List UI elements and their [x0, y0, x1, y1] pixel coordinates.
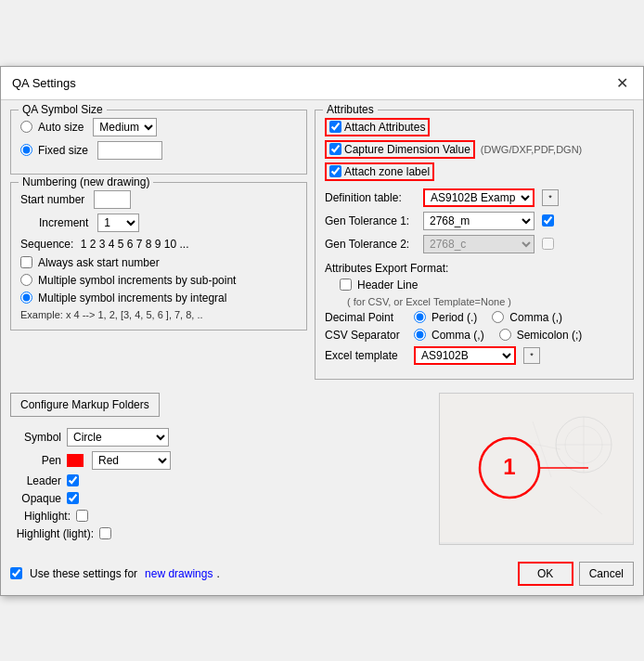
export-format-label: Attributes Export Format:: [325, 262, 624, 275]
comma-csv-label: Comma (,): [431, 329, 484, 342]
right-column: Attributes Attach Attributes Capture Dim…: [315, 110, 634, 387]
header-line-note: ( for CSV, or Excel Template=None ): [325, 296, 624, 307]
gen-tolerance1-checkbox[interactable]: [542, 214, 554, 227]
attach-attributes-checkbox[interactable]: [329, 121, 341, 133]
decimal-point-label: Decimal Point: [325, 311, 408, 324]
pen-row: Pen Red Blue: [10, 451, 431, 470]
definition-table-select[interactable]: AS9102B Example: [423, 188, 535, 207]
gen-tolerance2-select[interactable]: 2768_c: [423, 235, 535, 253]
pen-select[interactable]: Red Blue: [92, 451, 171, 470]
svg-rect-0: [440, 394, 633, 542]
highlight-light-label: Highlight (light):: [10, 527, 94, 540]
auto-size-label: Auto size: [38, 121, 84, 134]
sequence-label: Sequence:: [20, 238, 73, 251]
highlight-row: Highlight:: [10, 510, 431, 523]
semicolon-label: Semicolon (;): [517, 329, 583, 342]
multiple-integral-label: Multiple symbol increments by integral: [38, 292, 226, 305]
excel-template-select[interactable]: AS9102B: [414, 346, 516, 365]
fixed-size-radio[interactable]: [20, 144, 32, 156]
numbering-label: Numbering (new drawing): [19, 175, 153, 188]
auto-size-row: Auto size Medium: [20, 118, 297, 136]
leader-checkbox[interactable]: [67, 474, 79, 486]
title-bar: QA Settings ✕: [1, 67, 643, 100]
period-radio[interactable]: [414, 311, 426, 323]
highlight-label: Highlight:: [10, 510, 71, 523]
gen-tolerance2-checkbox[interactable]: [542, 238, 554, 250]
capture-suffix: (DWG/DXF,PDF,DGN): [481, 144, 582, 155]
multiple-integral-radio[interactable]: [20, 292, 32, 304]
symbol-preview: 1: [440, 394, 633, 542]
highlight-checkbox[interactable]: [76, 510, 88, 522]
gen-tolerance2-row: Gen Tolerance 2: 2768_c: [325, 235, 624, 253]
excel-template-row: Excel template AS9102B *: [325, 346, 624, 365]
comma-csv-radio[interactable]: [414, 329, 426, 341]
configure-markup-folders-button[interactable]: Configure Markup Folders: [10, 393, 160, 417]
qa-settings-dialog: QA Settings ✕ QA Symbol Size Auto size M…: [0, 66, 644, 596]
attributes-group-label: Attributes: [323, 103, 378, 116]
attach-zone-row: Attach zone label: [325, 162, 624, 181]
footer-right: OK Cancel: [518, 562, 634, 586]
svg-text:1: 1: [503, 454, 515, 479]
opaque-label: Opaque: [10, 492, 61, 505]
cancel-button[interactable]: Cancel: [579, 562, 634, 586]
pen-label: Pen: [10, 454, 61, 467]
header-line-row: Header Line: [340, 279, 624, 292]
gen-tolerance2-label: Gen Tolerance 2:: [325, 238, 418, 251]
highlight-light-checkbox[interactable]: [99, 527, 111, 539]
attach-zone-checkbox[interactable]: [329, 165, 341, 177]
qa-symbol-size-group: QA Symbol Size Auto size Medium Fixed si…: [10, 110, 307, 175]
semicolon-radio[interactable]: [499, 329, 511, 341]
medium-select[interactable]: Medium: [93, 118, 157, 136]
close-button[interactable]: ✕: [612, 74, 632, 92]
bottom-left: Configure Markup Folders Symbol Circle S…: [10, 393, 431, 545]
opaque-checkbox[interactable]: [67, 492, 79, 504]
multiple-integral-row: Multiple symbol increments by integral: [20, 292, 297, 305]
increment-row: Increment 1: [20, 214, 297, 232]
definition-table-row: Definition table: AS9102B Example *: [325, 188, 624, 207]
auto-size-radio[interactable]: [20, 121, 32, 133]
definition-table-star-button[interactable]: *: [542, 189, 559, 206]
main-layout: QA Symbol Size Auto size Medium Fixed si…: [10, 110, 634, 387]
start-number-input[interactable]: 1: [94, 190, 131, 209]
sequence-row: Sequence: 1 2 3 4 5 6 7 8 9 10 ...: [20, 238, 297, 251]
left-column: QA Symbol Size Auto size Medium Fixed si…: [10, 110, 307, 387]
increment-select[interactable]: 1: [97, 214, 139, 232]
ok-button[interactable]: OK: [518, 562, 573, 586]
capture-dimension-checkbox[interactable]: [329, 143, 341, 155]
highlight-light-row: Highlight (light):: [10, 527, 431, 540]
attach-attributes-label: Attach Attributes: [344, 121, 425, 134]
example-label: Example: x 4 --> 1, 2, [3, 4, 5, 6 ], 7,…: [20, 309, 203, 320]
symbol-row: Symbol Circle Square Triangle: [10, 428, 431, 447]
always-ask-checkbox[interactable]: [20, 256, 32, 268]
qa-symbol-size-label: QA Symbol Size: [19, 103, 107, 116]
multiple-sub-label: Multiple symbol increments by sub-point: [38, 274, 236, 287]
start-number-row: Start number 1: [20, 190, 297, 209]
period-suffix: .: [216, 567, 219, 580]
symbol-select[interactable]: Circle Square Triangle: [67, 428, 169, 447]
attach-zone-outlined: Attach zone label: [325, 162, 434, 181]
dialog-content: QA Symbol Size Auto size Medium Fixed si…: [1, 100, 643, 554]
new-drawings-link[interactable]: new drawings: [145, 567, 213, 580]
fixed-size-input[interactable]: 5.5880: [97, 141, 162, 160]
use-settings-label: Use these settings for: [30, 567, 137, 580]
leader-label: Leader: [10, 474, 61, 487]
attach-zone-label: Attach zone label: [344, 165, 430, 178]
opaque-row: Opaque: [10, 492, 431, 505]
pen-color-swatch: [67, 454, 84, 467]
footer-left: Use these settings for new drawings .: [10, 567, 220, 580]
attributes-group: Attributes Attach Attributes Capture Dim…: [315, 110, 634, 380]
gen-tolerance1-row: Gen Tolerance 1: 2768_m: [325, 212, 624, 230]
preview-svg: 1: [440, 394, 633, 542]
capture-dimension-outlined: Capture Dimension Value: [325, 140, 475, 159]
fixed-size-row: Fixed size 5.5880: [20, 141, 297, 160]
excel-template-star-button[interactable]: *: [523, 347, 540, 364]
definition-table-label: Definition table:: [325, 191, 418, 204]
gen-tolerance1-select[interactable]: 2768_m: [423, 212, 535, 230]
bottom-section: Configure Markup Folders Symbol Circle S…: [10, 387, 634, 545]
capture-dimension-row: Capture Dimension Value (DWG/DXF,PDF,DGN…: [325, 140, 624, 159]
use-settings-checkbox[interactable]: [10, 567, 22, 579]
comma-dp-radio[interactable]: [492, 311, 504, 323]
multiple-sub-radio[interactable]: [20, 274, 32, 286]
header-line-checkbox[interactable]: [340, 279, 352, 291]
leader-row: Leader: [10, 474, 431, 487]
